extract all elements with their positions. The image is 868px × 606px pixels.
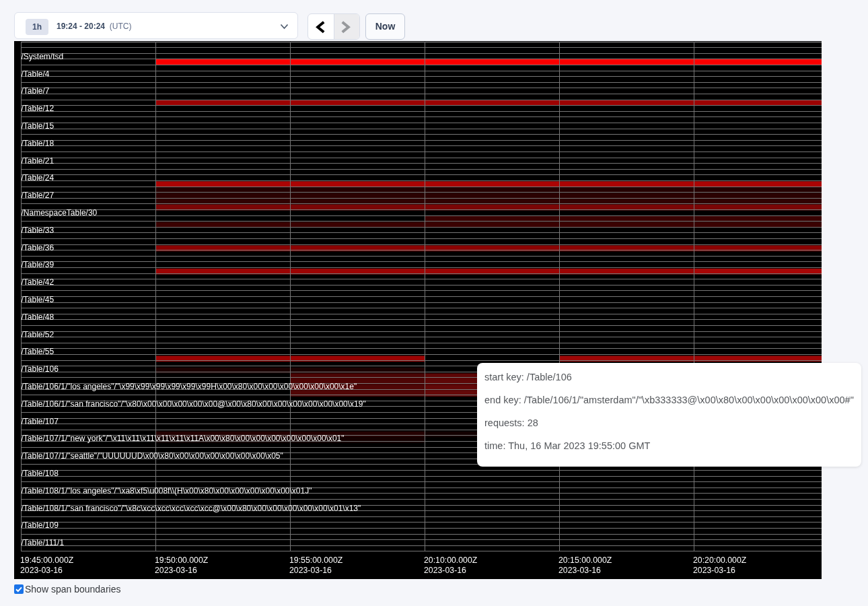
- svg-text:/Table/107/1/"new york"/"\x11\: /Table/107/1/"new york"/"\x11\x11\x11\x1…: [22, 434, 345, 443]
- svg-text:2023-03-16: 2023-03-16: [558, 566, 601, 575]
- svg-text:/Table/52: /Table/52: [22, 330, 55, 339]
- svg-text:/System/tsd: /System/tsd: [22, 52, 64, 61]
- svg-text:20:10:00.000Z: 20:10:00.000Z: [424, 556, 478, 565]
- svg-text:2023-03-16: 2023-03-16: [289, 566, 332, 575]
- svg-text:/Table/55: /Table/55: [22, 347, 55, 356]
- svg-text:/Table/108: /Table/108: [22, 469, 59, 478]
- svg-text:20:15:00.000Z: 20:15:00.000Z: [558, 556, 612, 565]
- svg-text:20:20:00.000Z: 20:20:00.000Z: [693, 556, 747, 565]
- svg-text:19:55:00.000Z: 19:55:00.000Z: [289, 556, 343, 565]
- svg-text:/Table/21: /Table/21: [22, 156, 55, 166]
- svg-text:/Table/108/1/"san francisco"/": /Table/108/1/"san francisco"/"\x8c\xcc\x…: [22, 504, 361, 513]
- svg-text:/Table/106/1/"san francisco"/": /Table/106/1/"san francisco"/"\x80\x00\x…: [22, 399, 366, 409]
- svg-text:/Table/107/1/"seattle"/"UUUUUU: /Table/107/1/"seattle"/"UUUUUUD\x00\x80\…: [22, 451, 283, 461]
- svg-text:/Table/15: /Table/15: [22, 121, 55, 131]
- svg-text:/Table/18: /Table/18: [22, 139, 55, 148]
- svg-text:2023-03-16: 2023-03-16: [155, 566, 197, 575]
- svg-text:2023-03-16: 2023-03-16: [20, 566, 63, 575]
- svg-text:/Table/33: /Table/33: [22, 226, 55, 235]
- svg-text:/Table/106: /Table/106: [22, 364, 59, 374]
- svg-text:2023-03-16: 2023-03-16: [693, 566, 735, 575]
- svg-text:/Table/109: /Table/109: [22, 520, 59, 530]
- svg-text:/Table/24: /Table/24: [22, 173, 55, 182]
- svg-text:/Table/106/1/"los angeles"/"\x: /Table/106/1/"los angeles"/"\x99\x99\x99…: [22, 382, 357, 391]
- svg-text:/Table/45: /Table/45: [22, 295, 55, 304]
- svg-text:/Table/27: /Table/27: [22, 191, 55, 200]
- svg-text:19:45:00.000Z: 19:45:00.000Z: [20, 556, 74, 565]
- svg-text:/Table/39: /Table/39: [22, 260, 55, 269]
- svg-text:/Table/111/1: /Table/111/1: [22, 538, 65, 547]
- svg-text:/Table/7: /Table/7: [22, 86, 50, 96]
- svg-text:2023-03-16: 2023-03-16: [424, 566, 466, 575]
- svg-text:/Table/12: /Table/12: [22, 104, 55, 113]
- svg-text:/Table/107: /Table/107: [22, 417, 59, 426]
- svg-text:/Table/36: /Table/36: [22, 243, 55, 252]
- svg-text:/Table/4: /Table/4: [22, 69, 50, 79]
- svg-text:/Table/48: /Table/48: [22, 312, 55, 322]
- svg-text:/Table/42: /Table/42: [22, 277, 55, 287]
- svg-text:/NamespaceTable/30: /NamespaceTable/30: [22, 208, 98, 217]
- svg-text:/Table/108/1/"los angeles"/"\x: /Table/108/1/"los angeles"/"\xa8\xf5\u00…: [22, 486, 312, 496]
- svg-text:19:50:00.000Z: 19:50:00.000Z: [155, 556, 209, 565]
